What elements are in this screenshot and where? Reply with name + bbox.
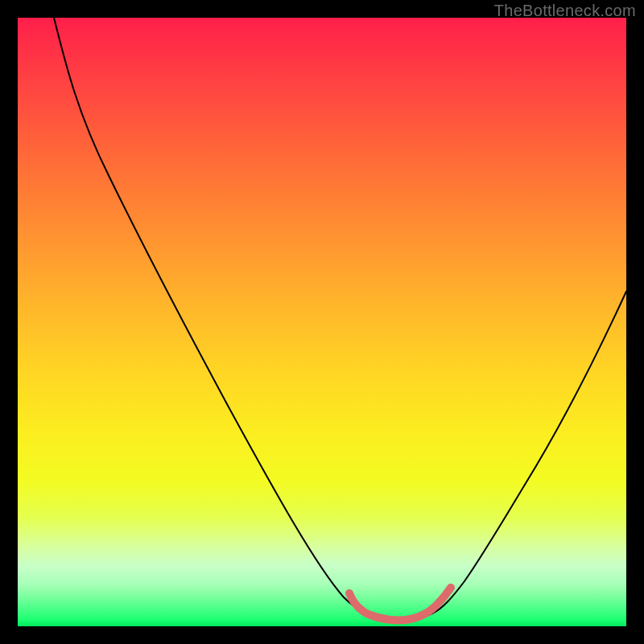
chart-plot-area — [18, 18, 626, 626]
optimal-range-marker — [349, 588, 451, 620]
chart-frame: TheBottleneck.com — [0, 0, 644, 644]
bottleneck-curve — [54, 18, 626, 620]
chart-svg — [18, 18, 626, 626]
